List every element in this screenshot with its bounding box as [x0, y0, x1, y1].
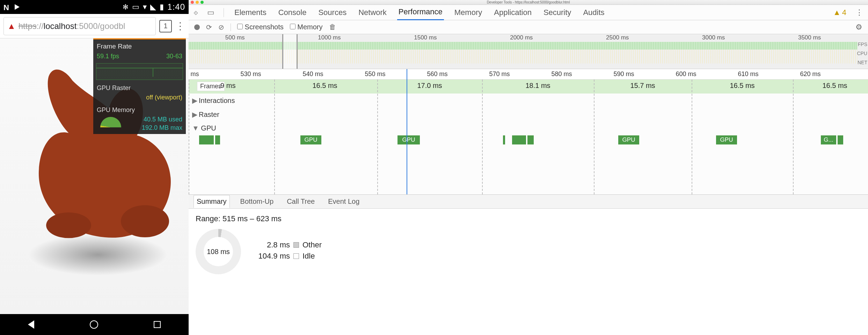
device-toggle-icon[interactable]: ▭ [207, 8, 214, 17]
gpu-task-block[interactable]: GPU [397, 135, 420, 144]
flame-tick: 580 ms [551, 70, 572, 78]
record-button[interactable] [194, 24, 200, 30]
gpu-task-block[interactable] [215, 135, 220, 144]
flame-chart[interactable]: 520 ms530 ms540 ms550 ms560 ms570 ms580 … [189, 69, 868, 195]
overview-tick: 500 ms [225, 34, 245, 41]
gpu-task-block[interactable] [503, 135, 505, 144]
bluetooth-icon: ✻ [123, 3, 129, 11]
nav-home-button[interactable] [90, 320, 98, 329]
status-clock: 1:40 [167, 2, 185, 12]
security-warning-icon: ▲ [7, 21, 16, 31]
reload-record-button[interactable]: ⟳ [206, 23, 212, 31]
summary-donut-chart: 108 ms [196, 229, 241, 274]
android-phone: N ✻ ▭ ▾ ◣ ▮ 1:40 ▲ https://localhost:500… [0, 0, 189, 335]
devtools-tab-bar: ⟐ ▭ ElementsConsoleSourcesNetworkPerform… [189, 5, 868, 20]
gc-button[interactable]: 🗑 [329, 23, 336, 31]
gpu-task-block[interactable]: GPU [300, 135, 321, 144]
overview-tick: 2500 ms [606, 34, 629, 41]
frame-boundary [594, 80, 595, 194]
frame-boundary [189, 80, 189, 194]
playhead-marker[interactable] [407, 69, 407, 194]
gpu-task-block[interactable] [199, 135, 214, 144]
fps-hud-overlay: Frame Rate 59.1 fps 30-63 GPU Raster off… [93, 38, 186, 134]
summary-range: Range: 515 ms – 623 ms [196, 214, 861, 223]
gpu-task-block[interactable]: GPU [716, 135, 737, 144]
overview-selection-handle[interactable] [282, 34, 298, 69]
tab-performance[interactable]: Performance [397, 5, 444, 20]
subtab-event-log[interactable]: Event Log [325, 195, 362, 208]
tab-switcher-button[interactable]: 1 [159, 20, 172, 32]
url-host: localhost [44, 21, 77, 31]
hud-gpu-mem-max: 192.0 MB max [142, 124, 182, 131]
flame-tick: 530 ms [240, 70, 261, 78]
frame-duration: .9 ms [219, 82, 236, 90]
frame-duration: 16.5 ms [822, 82, 847, 90]
capture-settings-icon[interactable]: ⚙ [855, 23, 862, 32]
chrome-omnibox: ▲ https://localhost:5000/goodbl 1 ⋮ [0, 14, 189, 38]
interactions-track[interactable]: ▶Interactions [189, 94, 868, 107]
memory-checkbox[interactable]: Memory [290, 23, 323, 31]
flame-tick: 550 ms [365, 70, 385, 78]
android-nav-bar [0, 314, 189, 335]
overview-tick: 1000 ms [318, 34, 341, 41]
hud-gpu-mem-used: 40.5 MB used [144, 116, 182, 123]
gpu-task-block[interactable]: GPU [618, 135, 639, 144]
svg-point-1 [46, 213, 91, 238]
overview-lane-labels: FPS CPU NET [857, 40, 867, 67]
tab-console[interactable]: Console [277, 5, 308, 20]
gpu-task-block[interactable] [512, 135, 526, 144]
hud-gpu-memory-title: GPU Memory [93, 104, 186, 115]
subtab-bottom-up[interactable]: Bottom-Up [238, 195, 277, 208]
inspect-icon[interactable]: ⟐ [194, 8, 198, 17]
hud-fps-range: 30-63 [166, 52, 182, 60]
flame-ruler: 520 ms530 ms540 ms550 ms560 ms570 ms580 … [189, 69, 868, 80]
window-titlebar[interactable]: Developer Tools - https://localhost:5000… [189, 0, 868, 5]
flame-tick: 610 ms [738, 70, 758, 78]
timeline-overview[interactable]: 500 ms1000 ms1500 ms2000 ms2500 ms3000 m… [189, 34, 868, 69]
frame-duration: 15.7 ms [630, 82, 655, 90]
subtab-summary[interactable]: Summary [194, 195, 230, 208]
tab-memory[interactable]: Memory [453, 5, 483, 20]
tab-application[interactable]: Application [493, 5, 533, 20]
gpu-task-block[interactable]: G... [821, 135, 836, 144]
overview-tick: 2000 ms [510, 34, 533, 41]
play-store-icon [15, 4, 20, 10]
legend-row: 2.8 msOther [251, 240, 322, 250]
page-viewport[interactable]: Frame Rate 59.1 fps 30-63 GPU Raster off… [0, 38, 189, 314]
tab-security[interactable]: Security [542, 5, 572, 20]
summary-total: 108 ms [207, 248, 230, 256]
n-notification-icon: N [3, 3, 11, 11]
devtools-window: Developer Tools - https://localhost:5000… [189, 0, 868, 335]
raster-track[interactable]: ▶Raster [189, 107, 868, 121]
tab-sources[interactable]: Sources [317, 5, 348, 20]
url-bar[interactable]: ▲ https://localhost:5000/goodbl [3, 17, 156, 35]
frame-boundary [274, 80, 275, 194]
subtab-call-tree[interactable]: Call Tree [284, 195, 318, 208]
tab-network[interactable]: Network [357, 5, 388, 20]
frames-track[interactable]: Frames .9 ms 16.5 ms17.0 ms18.1 ms15.7 m… [189, 80, 868, 94]
frame-duration: 17.0 ms [417, 82, 442, 90]
gpu-task-block[interactable] [527, 135, 534, 144]
wifi-icon: ▾ [143, 2, 147, 12]
nav-recents-button[interactable] [154, 321, 161, 328]
tab-elements[interactable]: Elements [233, 5, 268, 20]
summary-panel: Range: 515 ms – 623 ms 108 ms 2.8 msOthe… [189, 209, 868, 335]
nav-back-button[interactable] [28, 320, 34, 329]
overview-tick: 3500 ms [798, 34, 821, 41]
battery-icon: ▮ [160, 2, 164, 12]
traffic-lights[interactable] [191, 1, 204, 4]
hud-fps-graph [96, 63, 183, 80]
clear-button[interactable]: ⊘ [218, 23, 224, 31]
chrome-menu-button[interactable]: ⋮ [175, 20, 185, 32]
screenshots-checkbox[interactable]: Screenshots [237, 23, 284, 31]
frame-boundary [482, 80, 483, 194]
devtools-menu-icon[interactable]: ⋮ [855, 8, 863, 17]
status-bar: N ✻ ▭ ▾ ◣ ▮ 1:40 [0, 0, 189, 14]
warnings-badge[interactable]: ▲ 4 [833, 8, 846, 17]
hud-memory-gauge-icon [100, 117, 121, 127]
tab-audits[interactable]: Audits [582, 5, 606, 20]
performance-toolbar: ⟳ ⊘ Screenshots Memory 🗑 ⚙ [189, 20, 868, 34]
gpu-task-block[interactable] [838, 135, 843, 144]
frame-duration: 16.5 ms [312, 82, 337, 90]
flame-tick: 540 ms [302, 70, 323, 78]
